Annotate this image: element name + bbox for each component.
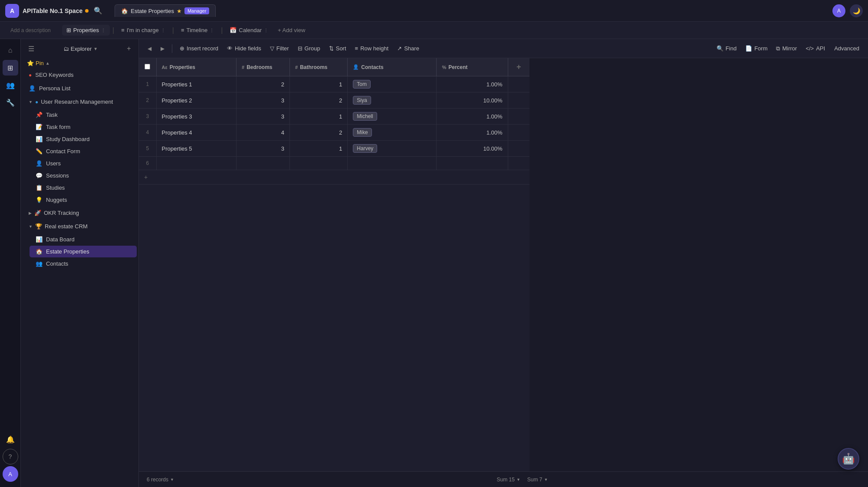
sidebar-group-okr[interactable]: ▶ 🚀 OKR Tracking [23,207,137,219]
add-item-btn[interactable]: + [124,43,134,54]
tab-timeline[interactable]: ≡ Timeline ⋮ [177,25,218,36]
notification-icon[interactable]: 🌙 [850,4,863,17]
tab-im-in-charge[interactable]: ≡ I'm in charge ⋮ [117,25,170,36]
cell-contacts[interactable]: Tom [348,76,437,92]
sidebar-item-data-board[interactable]: 📊 Data Board [30,234,137,245]
sidebar-group-user-research[interactable]: ▼ ● User Research Management [23,95,137,108]
table-row[interactable]: 6 [139,157,529,170]
charge-tab-more[interactable]: ⋮ [161,28,165,33]
cell-properties[interactable]: Properties 3 [156,109,237,125]
advanced-btn[interactable]: Advanced [830,43,864,54]
toggle-sidebar-btn[interactable]: ☰ [25,43,37,55]
table-row[interactable]: 3Properties 331Michell1.00% [139,109,529,125]
sidebar-item-study-dashboard[interactable]: 📊 Study Dashboard [30,133,137,145]
table-row[interactable]: 5Properties 531Harvey10.00% [139,141,529,157]
calendar-tab-more[interactable]: ⋮ [264,28,268,33]
bot-icon[interactable]: 🤖 [838,448,859,470]
cell-bathrooms[interactable]: 2 [290,125,348,141]
cell-properties[interactable]: Properties 5 [156,141,237,157]
sum-bathrooms[interactable]: Sum 7 ▼ [524,475,552,484]
cell-bedrooms[interactable]: 3 [237,141,290,157]
sidebar-item-persona[interactable]: 👤 Persona List [23,82,137,95]
sidebar-item-seo[interactable]: ● SEO Keywords [23,69,137,81]
cell-contacts[interactable]: Harvey [348,141,437,157]
hide-fields-btn[interactable]: 👁 Hide fields [223,43,265,54]
cell-contacts[interactable]: Michell [348,109,437,125]
table-row[interactable]: 2Properties 232Siya10.00% [139,92,529,109]
cell-properties[interactable] [156,157,237,170]
cell-percent[interactable]: 10.00% [437,92,508,109]
api-btn[interactable]: </> API [802,43,829,54]
col-header-contacts[interactable]: 👤 Contacts [348,58,437,76]
left-nav-people[interactable]: 👥 [3,77,18,93]
left-nav-table[interactable]: ⊞ [3,60,18,76]
col-header-bathrooms[interactable]: # Bathrooms [290,58,348,76]
filter-btn[interactable]: ▽ Filter [266,43,293,54]
cell-percent[interactable]: 1.00% [437,125,508,141]
cell-bedrooms[interactable]: 2 [237,76,290,92]
cell-contacts[interactable]: Mike [348,125,437,141]
sidebar-item-nuggets[interactable]: 💡 Nuggets [30,194,137,206]
cell-contacts[interactable] [348,157,437,170]
pin-row[interactable]: ⭐ Pin ▲ [21,58,138,68]
add-column-btn[interactable]: + [508,58,529,76]
cell-bedrooms[interactable] [237,157,290,170]
sidebar-item-users[interactable]: 👤 Users [30,158,137,169]
explorer-label[interactable]: 🗂 Explorer ▼ [63,46,98,52]
left-nav-home[interactable]: ⌂ [3,43,18,58]
sidebar-item-estate-properties[interactable]: 🏠 Estate Properties [30,246,137,257]
insert-record-btn[interactable]: ⊕ Insert record [176,43,222,54]
sidebar-group-real-estate[interactable]: ▼ 🏆 Real estate CRM [23,220,137,233]
app-logo[interactable]: A [5,4,19,18]
cell-percent[interactable]: 1.00% [437,109,508,125]
current-table-tab[interactable]: 🏠 Estate Properties ★ Manager [115,4,216,17]
star-icon[interactable]: ★ [177,8,182,14]
sidebar-item-contact-form[interactable]: ✏️ Contact Form [30,145,137,157]
cell-bathrooms[interactable]: 1 [290,76,348,92]
cell-bedrooms[interactable]: 4 [237,125,290,141]
cell-properties[interactable]: Properties 4 [156,125,237,141]
find-btn[interactable]: 🔍 Find [713,43,740,54]
nav-forward-btn[interactable]: ▶ [156,43,168,55]
checkbox-header[interactable] [139,58,156,76]
left-nav-tools[interactable]: 🔧 [3,95,18,110]
cell-properties[interactable]: Properties 1 [156,76,237,92]
add-row-row[interactable]: + [139,170,529,184]
left-nav-notifications[interactable]: 🔔 [3,431,18,447]
sidebar-item-task-form[interactable]: 📝 Task form [30,121,137,133]
select-all-checkbox[interactable] [145,64,150,69]
form-btn[interactable]: 📄 Form [741,43,771,54]
user-avatar[interactable]: A [832,4,845,17]
left-nav-help[interactable]: ? [3,449,18,464]
cell-percent[interactable] [437,157,508,170]
records-count[interactable]: 6 records ▼ [143,475,178,484]
search-button[interactable]: 🔍 [92,5,104,17]
tab-properties[interactable]: ⊞ Properties ⋮ [62,25,110,36]
sidebar-item-contacts[interactable]: 👥 Contacts [30,258,137,270]
col-header-percent[interactable]: % Percent [437,58,508,76]
sidebar-item-studies[interactable]: 📋 Studies [30,182,137,194]
group-btn[interactable]: ⊟ Group [294,43,324,54]
cell-properties[interactable]: Properties 2 [156,92,237,109]
left-nav-avatar[interactable]: A [3,466,18,482]
timeline-tab-more[interactable]: ⋮ [210,28,214,33]
nav-back-btn[interactable]: ◀ [143,43,155,55]
sort-btn[interactable]: ⇅ Sort [325,43,350,54]
add-view-button[interactable]: + Add view [273,25,309,36]
cell-bathrooms[interactable]: 1 [290,109,348,125]
table-row[interactable]: 1Properties 121Tom1.00% [139,76,529,92]
cell-contacts[interactable]: Siya [348,92,437,109]
cell-bedrooms[interactable]: 3 [237,92,290,109]
cell-bathrooms[interactable] [290,157,348,170]
properties-tab-more[interactable]: ⋮ [101,28,105,33]
mirror-btn[interactable]: ⧉ Mirror [772,43,801,54]
sum-bedrooms[interactable]: Sum 15 ▼ [493,475,524,484]
col-header-bedrooms[interactable]: # Bedrooms [237,58,290,76]
col-header-properties[interactable]: Aε Properties [156,58,237,76]
cell-percent[interactable]: 1.00% [437,76,508,92]
share-btn[interactable]: ↗ Share [393,43,423,54]
cell-percent[interactable]: 10.00% [437,141,508,157]
cell-bathrooms[interactable]: 2 [290,92,348,109]
table-row[interactable]: 4Properties 442Mike1.00% [139,125,529,141]
row-height-btn[interactable]: ≡ Row height [351,43,393,54]
